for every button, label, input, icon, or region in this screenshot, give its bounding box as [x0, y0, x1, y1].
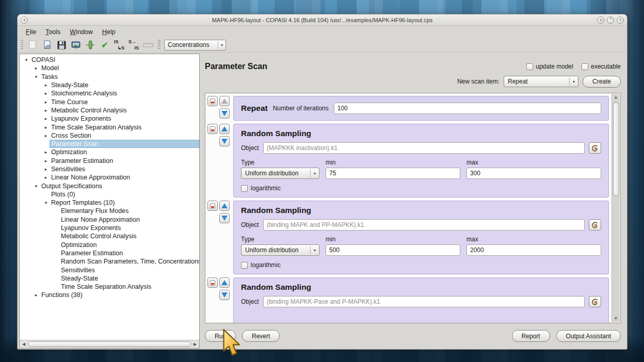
expand-arrow-icon[interactable]: ▸: [42, 83, 50, 88]
scroll-down-icon[interactable]: ▼: [614, 315, 618, 322]
tree-item-linear-noise-approximation[interactable]: Linear Noise Approximation: [20, 216, 199, 224]
output-assistant-button[interactable]: Output Assistant: [556, 330, 621, 342]
menu-help[interactable]: Help: [98, 27, 120, 37]
expand-arrow-icon[interactable]: ▸: [42, 175, 50, 180]
tree-item-steady-state[interactable]: ▸Steady-State: [20, 81, 199, 89]
move-up-button[interactable]: [219, 96, 230, 106]
remove-item-button[interactable]: [207, 124, 218, 134]
ruler-icon[interactable]: [142, 39, 154, 51]
tree-item-lyapunov-exponents[interactable]: ▸Lyapunov Exponents: [20, 114, 199, 123]
tree-item-optimization[interactable]: ▸Optimization: [20, 148, 199, 156]
tree-item-sensitivities[interactable]: ▸Sensitivities: [20, 165, 199, 173]
tree-item-linear-noise-approximation[interactable]: ▸Linear Noise Approximation: [20, 173, 199, 182]
toolbar-grip[interactable]: [21, 40, 23, 50]
tree-item-metabolic-control-analysis[interactable]: ▸Metabolic Control Analysis: [20, 106, 199, 114]
object-input[interactable]: [263, 219, 585, 231]
scrollbar-thumb[interactable]: [613, 102, 619, 196]
convert-s-to-is-icon[interactable]: S→ IS: [127, 39, 140, 51]
slider-icon[interactable]: [84, 39, 96, 51]
menu-window[interactable]: Window: [66, 27, 96, 37]
new-scan-item-select[interactable]: Repeat ▾: [504, 76, 578, 87]
move-down-button[interactable]: [219, 290, 230, 300]
tree-item-optimization[interactable]: Optimization: [20, 241, 199, 249]
expand-arrow-icon[interactable]: ▸: [42, 100, 50, 105]
shade-button[interactable]: v: [597, 17, 604, 24]
tree-item-sensitivities[interactable]: Sensitivities: [20, 266, 199, 274]
new-file-icon[interactable]: [26, 39, 39, 51]
tree-item-parameter-estimation[interactable]: ▸Parameter Estimation: [20, 157, 199, 165]
move-down-button[interactable]: [219, 136, 230, 146]
tree-item-parameter-scan[interactable]: Parameter Scan: [20, 140, 199, 148]
view-mode-select[interactable]: Concentrations ▾: [164, 40, 226, 51]
expand-arrow-icon[interactable]: ▸: [42, 167, 50, 172]
logarithmic-checkbox[interactable]: logarithmic: [241, 185, 601, 192]
convert-is-to-s-icon[interactable]: IS ↳S: [113, 39, 125, 51]
tree-item-parameter-estimation[interactable]: Parameter Estimation: [20, 249, 199, 257]
tree-item-functions-38[interactable]: ▸Functions (38): [20, 291, 199, 299]
tree-item-time-course[interactable]: ▸Time Course: [20, 97, 199, 106]
object-input[interactable]: [263, 296, 585, 307]
maximize-button[interactable]: ^: [607, 17, 614, 24]
iterations-input[interactable]: [334, 103, 601, 114]
max-input[interactable]: [466, 168, 601, 179]
tree-item-stoichiometric-analysis[interactable]: ▸Stoichiometric Analysis: [20, 89, 199, 97]
distribution-select[interactable]: Uniform distribution ▾: [241, 168, 319, 179]
tree-item-steady-state[interactable]: Steady-State: [20, 274, 199, 283]
tree-horizontal-scrollbar[interactable]: ◀ ▶: [20, 340, 199, 348]
scroll-right-icon[interactable]: ▶: [192, 342, 198, 347]
logarithmic-checkbox[interactable]: logarithmic: [241, 261, 601, 269]
tree-item-cross-section[interactable]: ▸Cross Section: [20, 131, 199, 140]
max-input[interactable]: [466, 244, 601, 256]
open-file-icon[interactable]: [41, 39, 53, 51]
scan-vertical-scrollbar[interactable]: ▲ ▼: [611, 94, 620, 322]
tree-item-model[interactable]: ▸Model: [20, 64, 199, 72]
move-up-button[interactable]: [219, 124, 230, 134]
expand-arrow-icon[interactable]: ▸: [42, 108, 50, 113]
object-picker-button[interactable]: [589, 142, 601, 154]
check-icon[interactable]: ✔: [99, 39, 111, 51]
create-button[interactable]: Create: [583, 76, 621, 88]
checkbox-icon[interactable]: [241, 185, 248, 192]
expand-arrow-icon[interactable]: ▸: [33, 292, 40, 298]
menu-file[interactable]: File: [22, 27, 40, 37]
collapse-arrow-icon[interactable]: ▾: [33, 74, 40, 79]
collapse-arrow-icon[interactable]: ▾: [42, 200, 50, 205]
expand-arrow-icon[interactable]: ▸: [42, 116, 50, 121]
expand-arrow-icon[interactable]: ▸: [42, 150, 50, 155]
update-model-checkbox[interactable]: update model: [526, 63, 573, 70]
tree-item-copasi[interactable]: ▾COPASI: [20, 56, 199, 64]
tree-item-time-scale-separation-analysis[interactable]: ▸Time Scale Separation Analysis: [20, 123, 199, 131]
distribution-select[interactable]: Uniform distribution ▾: [241, 244, 319, 256]
object-picker-button[interactable]: [589, 219, 601, 231]
expand-arrow-icon[interactable]: ▸: [42, 158, 50, 163]
revert-button[interactable]: Revert: [242, 330, 280, 342]
scrollbar-thumb[interactable]: [28, 341, 191, 347]
tree-item-time-scale-separation-analysis[interactable]: Time Scale Separation Analysis: [20, 283, 199, 291]
object-input[interactable]: [263, 142, 585, 154]
move-down-button[interactable]: [219, 213, 230, 223]
move-up-button[interactable]: [219, 201, 230, 211]
remove-item-button[interactable]: [207, 96, 218, 106]
tree-item-output-specifications[interactable]: ▾Output Specifications: [20, 182, 199, 190]
expand-arrow-icon[interactable]: ▸: [42, 125, 50, 130]
tree-item-random-scan-parameters-time-concentrations[interactable]: Random Scan Parameters, Time, Concentrat…: [20, 257, 199, 266]
report-button[interactable]: Report: [512, 330, 550, 342]
tree-item-lyapunov-exponents[interactable]: Lyapunov Exponents: [20, 224, 199, 232]
collapse-arrow-icon[interactable]: ▾: [33, 184, 40, 189]
object-picker-button[interactable]: [589, 296, 601, 307]
titlebar[interactable]: ▾ MAPK-HF96-layout - COPASI 4.16 (Build …: [18, 14, 627, 26]
min-input[interactable]: [326, 168, 460, 179]
tree-item-tasks[interactable]: ▾Tasks: [20, 73, 199, 81]
expand-arrow-icon[interactable]: ▸: [33, 65, 40, 71]
collapse-arrow-icon[interactable]: ▾: [23, 57, 30, 62]
scroll-up-icon[interactable]: ▲: [614, 94, 618, 101]
expand-arrow-icon[interactable]: ▸: [42, 133, 50, 138]
move-up-button[interactable]: [219, 277, 230, 288]
checkbox-icon[interactable]: [582, 63, 588, 70]
menu-tools[interactable]: Tools: [41, 27, 65, 37]
tree-item-plots-0[interactable]: Plots (0): [20, 190, 199, 199]
scroll-left-icon[interactable]: ◀: [21, 342, 27, 347]
checkbox-icon[interactable]: [241, 262, 248, 269]
checkbox-icon[interactable]: [526, 63, 533, 70]
tree-item-elementary-flux-modes[interactable]: Elementary Flux Modes: [20, 207, 199, 215]
